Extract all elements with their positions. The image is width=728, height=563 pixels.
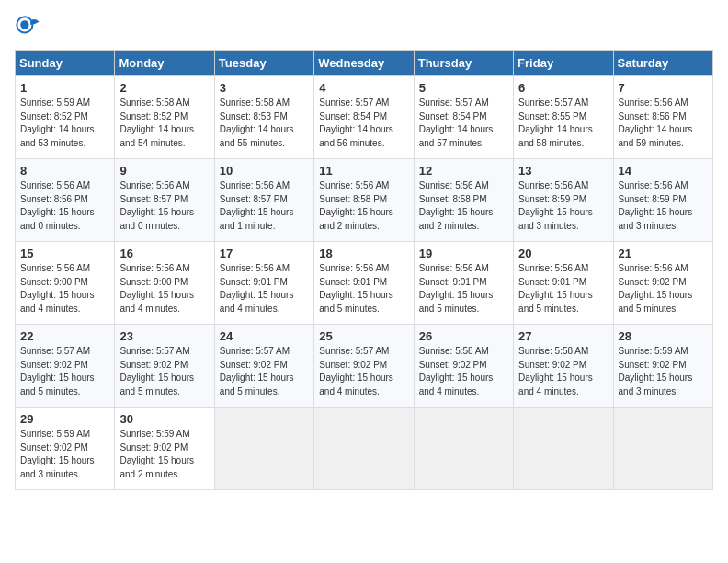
col-friday: Friday xyxy=(514,51,613,76)
calendar-header-row: Sunday Monday Tuesday Wednesday Thursday… xyxy=(16,51,713,76)
day-info: Sunrise: 5:56 AM Sunset: 8:58 PM Dayligh… xyxy=(419,179,508,233)
week-row-4: 22Sunrise: 5:57 AM Sunset: 9:02 PM Dayli… xyxy=(16,325,713,408)
day-number: 3 xyxy=(220,81,309,95)
day-number: 14 xyxy=(619,164,708,178)
day-cell: 1Sunrise: 5:59 AM Sunset: 8:52 PM Daylig… xyxy=(16,76,115,159)
day-number: 17 xyxy=(220,247,309,260)
day-number: 12 xyxy=(419,164,508,178)
day-number: 26 xyxy=(419,329,508,343)
day-info: Sunrise: 5:56 AM Sunset: 9:02 PM Dayligh… xyxy=(619,262,708,316)
col-sunday: Sunday xyxy=(16,51,115,76)
day-cell: 5Sunrise: 5:57 AM Sunset: 8:54 PM Daylig… xyxy=(414,76,513,159)
day-cell: 29Sunrise: 5:59 AM Sunset: 9:02 PM Dayli… xyxy=(16,408,115,490)
calendar-table: Sunday Monday Tuesday Wednesday Thursday… xyxy=(15,50,713,490)
day-cell: 15Sunrise: 5:56 AM Sunset: 9:00 PM Dayli… xyxy=(16,242,115,325)
col-saturday: Saturday xyxy=(613,51,712,76)
day-cell: 24Sunrise: 5:57 AM Sunset: 9:02 PM Dayli… xyxy=(214,325,313,408)
day-info: Sunrise: 5:56 AM Sunset: 8:57 PM Dayligh… xyxy=(220,179,309,233)
day-cell: 14Sunrise: 5:56 AM Sunset: 8:59 PM Dayli… xyxy=(613,159,712,242)
week-row-3: 15Sunrise: 5:56 AM Sunset: 9:00 PM Dayli… xyxy=(16,242,713,325)
day-info: Sunrise: 5:58 AM Sunset: 8:53 PM Dayligh… xyxy=(220,97,309,150)
day-number: 28 xyxy=(619,329,708,343)
day-cell xyxy=(613,408,712,490)
day-cell: 7Sunrise: 5:56 AM Sunset: 8:56 PM Daylig… xyxy=(613,76,712,159)
col-thursday: Thursday xyxy=(414,51,513,76)
day-info: Sunrise: 5:56 AM Sunset: 8:56 PM Dayligh… xyxy=(20,179,109,233)
day-cell: 9Sunrise: 5:56 AM Sunset: 8:57 PM Daylig… xyxy=(115,159,214,242)
day-number: 15 xyxy=(20,247,109,260)
day-cell xyxy=(514,408,613,490)
week-row-2: 8Sunrise: 5:56 AM Sunset: 8:56 PM Daylig… xyxy=(16,159,713,242)
day-number: 29 xyxy=(20,412,109,426)
day-info: Sunrise: 5:57 AM Sunset: 8:54 PM Dayligh… xyxy=(419,97,508,150)
day-info: Sunrise: 5:56 AM Sunset: 8:59 PM Dayligh… xyxy=(518,179,608,233)
day-number: 7 xyxy=(619,81,708,95)
day-cell: 13Sunrise: 5:56 AM Sunset: 8:59 PM Dayli… xyxy=(514,159,613,242)
day-number: 21 xyxy=(619,247,708,260)
day-number: 9 xyxy=(119,164,209,178)
day-info: Sunrise: 5:58 AM Sunset: 9:02 PM Dayligh… xyxy=(419,345,508,398)
day-info: Sunrise: 5:56 AM Sunset: 9:01 PM Dayligh… xyxy=(518,262,608,316)
day-info: Sunrise: 5:59 AM Sunset: 9:02 PM Dayligh… xyxy=(20,428,109,481)
day-number: 1 xyxy=(20,81,109,95)
day-cell: 3Sunrise: 5:58 AM Sunset: 8:53 PM Daylig… xyxy=(214,76,313,159)
day-number: 22 xyxy=(20,329,109,343)
day-info: Sunrise: 5:56 AM Sunset: 8:58 PM Dayligh… xyxy=(319,179,408,233)
col-monday: Monday xyxy=(115,51,214,76)
day-cell: 19Sunrise: 5:56 AM Sunset: 9:01 PM Dayli… xyxy=(414,242,513,325)
day-cell: 22Sunrise: 5:57 AM Sunset: 9:02 PM Dayli… xyxy=(16,325,115,408)
day-cell: 8Sunrise: 5:56 AM Sunset: 8:56 PM Daylig… xyxy=(16,159,115,242)
day-number: 23 xyxy=(119,329,209,343)
day-cell: 16Sunrise: 5:56 AM Sunset: 9:00 PM Dayli… xyxy=(115,242,214,325)
day-info: Sunrise: 5:58 AM Sunset: 9:02 PM Dayligh… xyxy=(518,345,608,398)
day-cell xyxy=(414,408,513,490)
day-number: 20 xyxy=(518,247,608,260)
day-number: 18 xyxy=(319,247,408,260)
day-cell: 17Sunrise: 5:56 AM Sunset: 9:01 PM Dayli… xyxy=(214,242,313,325)
day-number: 25 xyxy=(319,329,408,343)
day-number: 11 xyxy=(319,164,408,178)
logo xyxy=(15,15,44,40)
day-cell: 4Sunrise: 5:57 AM Sunset: 8:54 PM Daylig… xyxy=(314,76,414,159)
day-info: Sunrise: 5:57 AM Sunset: 9:02 PM Dayligh… xyxy=(20,345,109,398)
day-number: 6 xyxy=(518,81,608,95)
day-info: Sunrise: 5:56 AM Sunset: 9:01 PM Dayligh… xyxy=(319,262,408,316)
day-number: 27 xyxy=(518,329,608,343)
day-info: Sunrise: 5:57 AM Sunset: 9:02 PM Dayligh… xyxy=(220,345,309,398)
day-number: 13 xyxy=(518,164,608,178)
day-cell: 27Sunrise: 5:58 AM Sunset: 9:02 PM Dayli… xyxy=(514,325,613,408)
day-info: Sunrise: 5:56 AM Sunset: 9:01 PM Dayligh… xyxy=(419,262,508,316)
day-info: Sunrise: 5:59 AM Sunset: 9:02 PM Dayligh… xyxy=(619,345,708,398)
svg-point-1 xyxy=(20,20,28,29)
day-info: Sunrise: 5:56 AM Sunset: 8:56 PM Dayligh… xyxy=(619,97,708,150)
day-cell: 21Sunrise: 5:56 AM Sunset: 9:02 PM Dayli… xyxy=(613,242,712,325)
day-cell: 10Sunrise: 5:56 AM Sunset: 8:57 PM Dayli… xyxy=(214,159,313,242)
day-number: 4 xyxy=(319,81,408,95)
day-cell: 26Sunrise: 5:58 AM Sunset: 9:02 PM Dayli… xyxy=(414,325,513,408)
day-cell: 28Sunrise: 5:59 AM Sunset: 9:02 PM Dayli… xyxy=(613,325,712,408)
day-number: 16 xyxy=(119,247,209,260)
day-info: Sunrise: 5:57 AM Sunset: 8:55 PM Dayligh… xyxy=(518,97,608,150)
day-cell: 2Sunrise: 5:58 AM Sunset: 8:52 PM Daylig… xyxy=(115,76,214,159)
page-header xyxy=(15,15,713,40)
day-number: 10 xyxy=(220,164,309,178)
col-tuesday: Tuesday xyxy=(214,51,313,76)
day-info: Sunrise: 5:56 AM Sunset: 8:57 PM Dayligh… xyxy=(119,179,209,233)
day-cell: 30Sunrise: 5:59 AM Sunset: 9:02 PM Dayli… xyxy=(115,408,214,490)
day-cell: 18Sunrise: 5:56 AM Sunset: 9:01 PM Dayli… xyxy=(314,242,414,325)
day-cell: 11Sunrise: 5:56 AM Sunset: 8:58 PM Dayli… xyxy=(314,159,414,242)
day-number: 30 xyxy=(119,412,209,426)
day-cell xyxy=(314,408,414,490)
day-cell: 25Sunrise: 5:57 AM Sunset: 9:02 PM Dayli… xyxy=(314,325,414,408)
day-number: 19 xyxy=(419,247,508,260)
day-info: Sunrise: 5:59 AM Sunset: 8:52 PM Dayligh… xyxy=(20,97,109,150)
day-info: Sunrise: 5:58 AM Sunset: 8:52 PM Dayligh… xyxy=(119,97,209,150)
day-cell: 20Sunrise: 5:56 AM Sunset: 9:01 PM Dayli… xyxy=(514,242,613,325)
week-row-1: 1Sunrise: 5:59 AM Sunset: 8:52 PM Daylig… xyxy=(16,76,713,159)
day-cell: 12Sunrise: 5:56 AM Sunset: 8:58 PM Dayli… xyxy=(414,159,513,242)
day-cell xyxy=(214,408,313,490)
week-row-5: 29Sunrise: 5:59 AM Sunset: 9:02 PM Dayli… xyxy=(16,408,713,490)
day-number: 24 xyxy=(220,329,309,343)
day-number: 8 xyxy=(20,164,109,178)
day-info: Sunrise: 5:56 AM Sunset: 8:59 PM Dayligh… xyxy=(619,179,708,233)
